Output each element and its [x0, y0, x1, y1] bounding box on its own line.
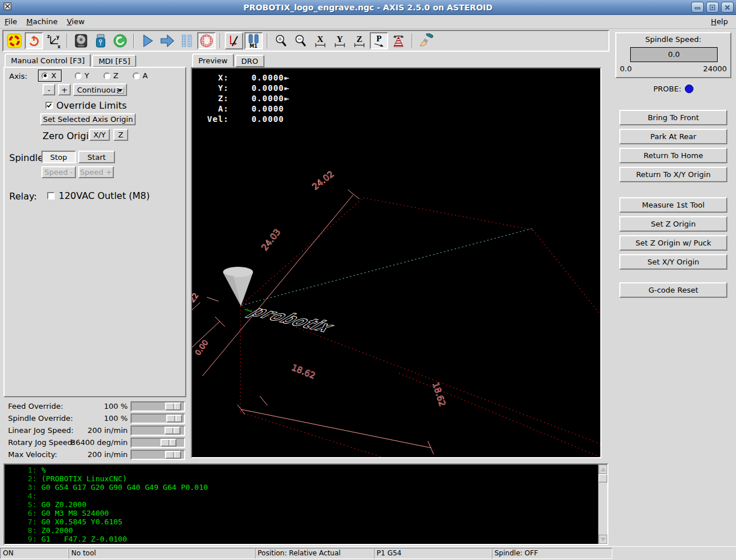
checkbox-unchecked-icon [47, 192, 55, 200]
measure-1st-tool-button[interactable]: Measure 1st Tool [619, 197, 727, 213]
return-to-xy-origin-button[interactable]: Return To X/Y Origin [619, 167, 727, 182]
rotary-jog-slider[interactable] [131, 438, 185, 448]
machine-power-button[interactable] [25, 32, 43, 49]
axis-radio-y[interactable]: Y [75, 71, 89, 80]
axis-main-window: PROBOTIX_logo_engrave.ngc - AXIS 2.5.0 o… [0, 0, 736, 560]
spindle-override-value: 100 % [104, 414, 128, 423]
tab-dro[interactable]: DRO [235, 55, 264, 67]
return-to-home-button[interactable]: Return To Home [619, 148, 727, 163]
menu-file[interactable]: File [0, 16, 22, 27]
linear-jog-slider[interactable] [131, 425, 185, 436]
spindle-override-row: Spindle Override: 100 % [6, 413, 186, 425]
tab-manual-control[interactable]: Manual Control [F3] [5, 53, 91, 67]
set-axis-origin-button[interactable]: Set Selected Axis Origin [40, 113, 136, 125]
menu-help[interactable]: Help [706, 16, 733, 27]
reload-tool-table-button[interactable] [91, 32, 110, 49]
slider-thumb[interactable] [160, 439, 177, 447]
reload-file-button[interactable] [111, 32, 129, 49]
title-bar[interactable]: PROBOTIX_logo_engrave.ngc - AXIS 2.5.0 o… [0, 0, 736, 15]
toolbar: z y x [2, 30, 610, 52]
view-x-button[interactable]: X [311, 32, 329, 49]
zero-z-button[interactable]: Z [113, 129, 128, 141]
estop-button[interactable] [5, 32, 24, 49]
axis-radio-a[interactable]: A [133, 71, 148, 80]
scrollbar-thumb[interactable] [599, 474, 607, 482]
dim-bottom-right: 18.62 [430, 381, 447, 408]
slider-thumb[interactable] [166, 415, 182, 423]
run-button[interactable] [139, 32, 157, 49]
axis-radio-x[interactable]: X [38, 70, 62, 82]
minimize-button[interactable] [691, 2, 704, 13]
stop-button[interactable] [197, 32, 216, 49]
maximize-button[interactable] [706, 2, 719, 13]
zoom-out-button[interactable] [292, 32, 310, 49]
gcode-scrollbar[interactable] [598, 465, 607, 544]
dimension-marks-icon [315, 43, 326, 47]
gcode-reset-button[interactable]: G-code Reset [619, 282, 727, 298]
tool-cone [223, 267, 253, 306]
spindle-stop-button[interactable]: Stop [41, 151, 76, 163]
slider-thumb[interactable] [165, 402, 181, 411]
slider-thumb[interactable] [165, 451, 181, 459]
gcode-listing[interactable]: 1:% 2:(PROBOTIX LinuxCNC) 3:G0 G54 G17 G… [3, 463, 608, 545]
spindle-speed-plus-button[interactable]: Speed + [78, 166, 114, 178]
optional-stop-icon: M1 [247, 33, 260, 48]
scroll-up-icon [600, 467, 606, 471]
reload-icon [113, 33, 128, 48]
tab-mdi[interactable]: MDI [F5] [92, 55, 136, 67]
menu-view[interactable]: View [62, 16, 89, 27]
pause-button[interactable] [178, 32, 196, 49]
set-z-origin-puck-button[interactable]: Set Z Origin w/ Puck [619, 235, 727, 251]
menu-machine[interactable]: Machine [22, 16, 62, 27]
view-z-icon: Z [356, 35, 362, 43]
scroll-down-icon [600, 538, 606, 542]
gcode-line: 6:G0 M3 M8 S24000 [5, 509, 607, 517]
view-y-icon: Y [337, 35, 343, 43]
spindle-override-slider[interactable] [131, 413, 185, 424]
clear-plot-button[interactable] [417, 32, 435, 49]
dro-vel-value: 0.0000 [229, 114, 284, 125]
override-limits-checkbox[interactable]: Override Limits [45, 100, 126, 111]
view-y-button[interactable]: Y [331, 32, 349, 49]
dro-x-label: X: [199, 73, 229, 83]
skip-lines-button[interactable] [225, 32, 243, 49]
gcode-line: 2:(PROBOTIX LinuxCNC) [5, 474, 607, 483]
rotate-view-button[interactable] [389, 32, 408, 49]
slider-thumb[interactable] [164, 427, 181, 435]
spindle-start-button[interactable]: Start [78, 151, 115, 163]
toolbar-separator [133, 33, 135, 48]
bring-to-front-button[interactable]: Bring To Front [619, 110, 727, 125]
open-file-button[interactable] [72, 32, 90, 49]
estop-icon [7, 33, 22, 48]
axis-radio-z[interactable]: Z [103, 71, 118, 80]
view-perspective-button[interactable]: P [370, 32, 388, 49]
spindle-override-label: Spindle Override: [8, 414, 73, 423]
relay-checkbox[interactable]: 120VAC Outlet (M8) [47, 190, 150, 201]
step-button[interactable] [158, 32, 177, 49]
tab-preview[interactable]: Preview [192, 53, 234, 67]
optional-stop-button[interactable]: M1 [244, 32, 263, 49]
feed-override-slider[interactable] [131, 401, 185, 412]
toolbar-separator [267, 33, 268, 48]
jog-mode-dropdown[interactable]: Continuous [73, 83, 127, 96]
coordinate-system-icon: z y x [46, 33, 61, 48]
max-velocity-slider[interactable] [131, 450, 185, 460]
view-z-button[interactable]: Z [350, 32, 369, 49]
scroll-down-button[interactable] [599, 535, 607, 544]
preview-canvas[interactable]: 24.02 24.03 18.62 18.62 22 0.00 probotix… [191, 67, 601, 458]
preview-tabstrip: Preview DRO [192, 55, 266, 67]
set-xy-origin-button[interactable]: Set X/Y Origin [619, 254, 727, 270]
spindle-speed-bar: 0.0 [630, 47, 718, 62]
scroll-up-button[interactable] [599, 465, 607, 474]
zero-xy-button[interactable]: X/Y [89, 129, 110, 141]
coordinate-system-button[interactable]: z y x [44, 32, 63, 49]
set-z-origin-button[interactable]: Set Z Origin [619, 216, 727, 232]
close-button[interactable] [721, 2, 734, 13]
spindle-speed-minus-button[interactable]: Speed - [41, 166, 76, 178]
jog-minus-button[interactable]: - [43, 84, 55, 95]
view-x-icon: X [317, 35, 324, 43]
park-at-rear-button[interactable]: Park At Rear [619, 129, 727, 144]
zoom-in-button[interactable] [272, 32, 290, 49]
jog-plus-button[interactable]: + [58, 84, 71, 95]
dro-x-value: 0.0000 [229, 73, 284, 83]
